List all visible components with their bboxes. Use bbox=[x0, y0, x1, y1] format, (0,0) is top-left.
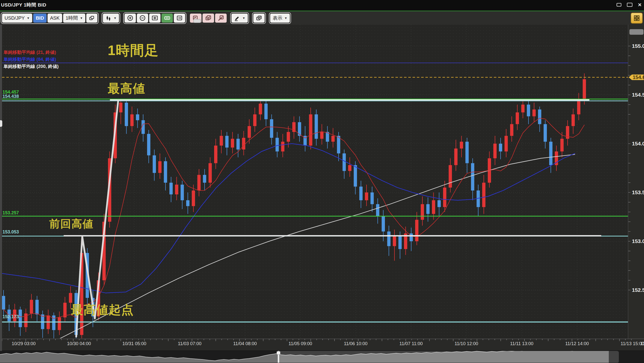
window-controls: × bbox=[617, 3, 641, 7]
instrument-select[interactable]: USD/JPY ▼ bbox=[2, 14, 32, 23]
legend-sma-21: 単純移動平均線 (21, 終値) bbox=[4, 49, 56, 55]
legend-sma-200: 単純移動平均線 (200, 終値) bbox=[4, 63, 59, 69]
annotation-timeframe: 1時間足 bbox=[108, 41, 159, 60]
annotation-previous-high: 前回高値 bbox=[49, 217, 94, 231]
display-menu-button[interactable]: 表示 ▼ bbox=[270, 14, 290, 23]
title-bar: USD/JPY 1時間 BID × bbox=[0, 0, 644, 11]
window-title: USD/JPY 1時間 BID bbox=[1, 2, 46, 8]
pan-icon bbox=[152, 15, 158, 21]
chevron-down-icon: ▼ bbox=[113, 16, 116, 20]
link-charts-button[interactable] bbox=[86, 14, 97, 23]
chart-navigator[interactable] bbox=[0, 351, 644, 363]
svg-text:154.680: 154.680 bbox=[633, 74, 644, 80]
level-label-154438: 154.438 bbox=[3, 94, 19, 99]
draw-group: ▼ bbox=[230, 12, 249, 24]
zoom-out-button[interactable] bbox=[137, 14, 148, 23]
svg-text:155.000: 155.000 bbox=[632, 43, 644, 49]
maximize-icon[interactable] bbox=[627, 3, 632, 7]
confirm-chart-button[interactable] bbox=[203, 14, 214, 23]
annotation-high-origin: 最高値起点 bbox=[71, 302, 134, 318]
svg-text:11/04 08:00: 11/04 08:00 bbox=[233, 341, 257, 346]
timeframe-select[interactable]: 1時間 ▼ bbox=[63, 14, 85, 23]
fit-width-button[interactable] bbox=[162, 14, 173, 23]
display-label: 表示 bbox=[273, 15, 282, 21]
chevron-down-icon: ▼ bbox=[27, 16, 30, 20]
timeframe-label: 1時間 bbox=[66, 15, 78, 21]
chart-toolbar: USD/JPY ▼ BID ASK 1時間 ▼ ▼ bbox=[0, 11, 644, 25]
minimize-icon[interactable] bbox=[617, 3, 621, 7]
svg-text:11: 11 bbox=[640, 341, 644, 346]
svg-text:10/30 04:00: 10/30 04:00 bbox=[67, 341, 91, 346]
duplicate-chart-icon bbox=[256, 15, 262, 21]
svg-text:11/07 11:00: 11/07 11:00 bbox=[399, 341, 423, 346]
display-group: 表示 ▼ bbox=[269, 12, 291, 24]
instrument-label: USD/JPY bbox=[5, 15, 25, 21]
left-gutter bbox=[0, 25, 2, 351]
svg-text:10/31 05:00: 10/31 05:00 bbox=[122, 341, 146, 346]
draw-pencil-icon bbox=[234, 15, 240, 21]
zoom-in-icon bbox=[127, 15, 133, 21]
fit-width-icon bbox=[164, 15, 170, 21]
draw-button[interactable]: ▼ bbox=[231, 14, 248, 23]
close-icon[interactable]: × bbox=[638, 3, 641, 7]
chart-type-group: ▼ bbox=[102, 12, 120, 24]
svg-text:11/06 10:00: 11/06 10:00 bbox=[344, 341, 368, 346]
svg-text:152.500: 152.500 bbox=[632, 287, 644, 293]
level-label-153053: 153.053 bbox=[3, 229, 19, 235]
svg-text:153.500: 153.500 bbox=[632, 189, 644, 195]
bid-button[interactable]: BID bbox=[33, 14, 47, 23]
duplicate-group bbox=[252, 12, 266, 24]
confirm-chart-icon bbox=[205, 15, 212, 21]
svg-text:154.000: 154.000 bbox=[632, 141, 644, 146]
svg-text:11/11 13:00: 11/11 13:00 bbox=[510, 341, 533, 346]
annotation-highest: 最高値 bbox=[108, 80, 145, 97]
instrument-group: USD/JPY ▼ BID ASK 1時間 ▼ bbox=[1, 12, 99, 24]
chart-type-candle-icon bbox=[105, 15, 111, 21]
svg-text:11/10 12:00: 11/10 12:00 bbox=[455, 341, 478, 346]
zoom-out-icon bbox=[139, 15, 146, 21]
link-charts-icon bbox=[89, 15, 95, 21]
level-label-153257: 153.257 bbox=[3, 210, 19, 216]
chart-type-button[interactable]: ▼ bbox=[103, 14, 119, 23]
svg-text:153.000: 153.000 bbox=[632, 238, 644, 244]
svg-text:11/05 09:00: 11/05 09:00 bbox=[289, 341, 312, 346]
svg-text:11/03 07:00: 11/03 07:00 bbox=[178, 341, 202, 346]
chevron-down-icon: ▼ bbox=[284, 16, 287, 20]
zoom-in-button[interactable] bbox=[125, 14, 136, 23]
svg-text:154.500: 154.500 bbox=[632, 92, 644, 98]
chevron-down-icon: ▼ bbox=[80, 16, 83, 20]
legend-sma-84: 単純移動平均線 (84, 終値) bbox=[4, 56, 56, 62]
svg-text:11/12 14:00: 11/12 14:00 bbox=[565, 341, 589, 346]
shift-right-icon bbox=[176, 15, 183, 21]
send-chart-button[interactable] bbox=[215, 14, 227, 23]
panel-splitter-grip[interactable] bbox=[193, 19, 201, 23]
pan-button[interactable] bbox=[149, 14, 160, 23]
svg-text:10/29 03:00: 10/29 03:00 bbox=[12, 341, 35, 346]
zoom-group bbox=[123, 12, 186, 24]
candlestick-chart-canvas[interactable]: 10/29 03:0010/30 04:0010/31 05:0011/03 0… bbox=[0, 25, 644, 350]
crosshair-tool-button[interactable] bbox=[631, 13, 643, 24]
level-label-152173: 152.173 bbox=[3, 314, 19, 319]
crosshair-icon bbox=[633, 15, 640, 22]
send-chart-icon bbox=[218, 15, 224, 21]
chevron-down-icon: ▼ bbox=[242, 16, 245, 20]
duplicate-chart-button[interactable] bbox=[253, 14, 265, 23]
collapsed-panel-tab[interactable] bbox=[0, 120, 2, 127]
ask-button[interactable]: ASK bbox=[48, 14, 62, 23]
shift-right-button[interactable] bbox=[174, 14, 185, 23]
